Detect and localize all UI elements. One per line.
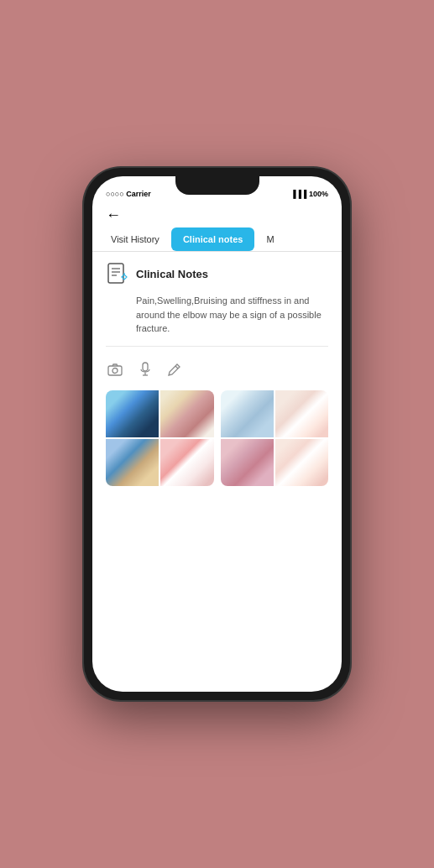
- phone-screen: ○○○○ Carrier ▐▐▐ 100% ← Visit History Cl…: [92, 176, 342, 692]
- notch: [175, 176, 259, 195]
- photo-group-left: [106, 390, 214, 486]
- camera-icon: [107, 363, 123, 376]
- svg-point-6: [112, 368, 118, 373]
- tab-visit-history[interactable]: Visit History: [99, 227, 171, 251]
- back-bar: ←: [92, 201, 342, 227]
- svg-line-10: [175, 366, 178, 369]
- photo-lip-exam[interactable]: [221, 439, 274, 486]
- photo-grid: [106, 390, 328, 486]
- carrier-label: ○○○○ Carrier: [106, 190, 151, 198]
- action-icons: [106, 355, 328, 390]
- photo-group-right: [221, 390, 329, 486]
- section-title: Clinical Notes: [136, 268, 208, 280]
- photo-dentist-work[interactable]: [106, 439, 159, 486]
- tabs-bar: Visit History Clinical notes M: [92, 227, 342, 252]
- tab-clinical-notes[interactable]: Clinical notes: [171, 227, 255, 251]
- svg-rect-0: [108, 264, 123, 283]
- photo-smile-bright[interactable]: [275, 439, 328, 486]
- svg-rect-7: [143, 363, 148, 371]
- divider: [106, 346, 328, 347]
- photo-smile-white[interactable]: [275, 390, 328, 437]
- section-header: Clinical Notes: [106, 262, 328, 285]
- photo-exam-tool[interactable]: [221, 390, 274, 437]
- content-area: Clinical Notes Pain,Swelling,Bruising an…: [92, 252, 342, 692]
- camera-button[interactable]: [106, 361, 124, 381]
- tab-more[interactable]: M: [254, 227, 285, 251]
- clinical-notes-icon: [106, 262, 129, 285]
- edit-button[interactable]: [166, 361, 183, 381]
- mic-icon: [139, 362, 151, 377]
- photo-smile-braces[interactable]: [160, 439, 213, 486]
- photo-dental-chair[interactable]: [106, 390, 159, 437]
- mic-button[interactable]: [138, 360, 153, 382]
- phone-frame: ○○○○ Carrier ▐▐▐ 100% ← Visit History Cl…: [84, 168, 350, 700]
- battery-label: ▐▐▐ 100%: [290, 190, 328, 198]
- photo-braces-model[interactable]: [160, 390, 213, 437]
- edit-icon: [168, 363, 181, 376]
- back-button[interactable]: ←: [106, 207, 121, 224]
- svg-rect-5: [108, 366, 122, 375]
- note-text: Pain,Swelling,Bruising and stiffness in …: [136, 294, 328, 336]
